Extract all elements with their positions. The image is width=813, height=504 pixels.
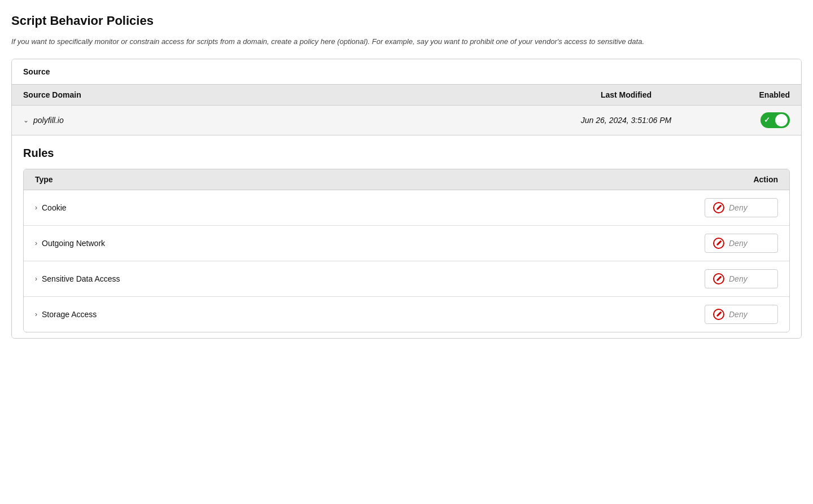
chevron-right-icon[interactable]: › — [35, 310, 37, 318]
type-label-storage-access: Storage Access — [42, 310, 97, 319]
type-label-sensitive-data: Sensitive Data Access — [42, 274, 120, 283]
deny-icon-sensitive-data — [713, 273, 724, 284]
source-table-header-row: Source Domain Last Modified Enabled — [12, 85, 801, 106]
col-header-enabled: Enabled — [700, 90, 790, 99]
chevron-right-icon[interactable]: › — [35, 239, 37, 247]
source-domain-cell: ⌄ polyfill.io — [23, 116, 553, 125]
chevron-right-icon[interactable]: › — [35, 204, 37, 212]
deny-badge-cookie[interactable]: Deny — [705, 198, 778, 217]
rules-table-row: › Cookie Deny — [24, 190, 789, 226]
deny-badge-storage-access[interactable]: Deny — [705, 305, 778, 324]
enabled-toggle[interactable]: ✓ — [760, 112, 790, 128]
rules-table-header-row: Type Action — [24, 169, 789, 190]
toggle-check-icon: ✓ — [764, 116, 770, 124]
action-cell-sensitive-data[interactable]: Deny — [603, 269, 778, 288]
rules-table-row: › Outgoing Network Deny — [24, 226, 789, 261]
page-title: Script Behavior Policies — [11, 14, 802, 28]
col-header-last-modified: Last Modified — [553, 90, 700, 99]
deny-badge-outgoing-network[interactable]: Deny — [705, 234, 778, 253]
type-label-outgoing-network: Outgoing Network — [42, 239, 105, 248]
deny-label-storage-access: Deny — [729, 310, 748, 319]
rules-title: Rules — [23, 147, 790, 160]
rules-section: Rules Type Action › Cookie Deny — [12, 135, 801, 338]
source-label: Source — [23, 67, 50, 76]
chevron-down-icon[interactable]: ⌄ — [23, 116, 29, 124]
source-section-header: Source — [12, 59, 801, 85]
rules-table-row: › Sensitive Data Access Deny — [24, 261, 789, 297]
source-table-container: Source Source Domain Last Modified Enabl… — [11, 59, 802, 339]
deny-icon-storage-access — [713, 309, 724, 320]
type-cell-outgoing-network: › Outgoing Network — [35, 239, 603, 248]
rules-table: Type Action › Cookie Deny › — [23, 169, 790, 332]
deny-icon-cookie — [713, 202, 724, 213]
deny-label-cookie: Deny — [729, 203, 748, 212]
col-header-type: Type — [35, 175, 603, 184]
deny-label-sensitive-data: Deny — [729, 274, 748, 283]
type-cell-cookie: › Cookie — [35, 203, 603, 212]
page-description: If you want to specifically monitor or c… — [11, 36, 768, 47]
domain-value: polyfill.io — [33, 116, 64, 125]
action-cell-cookie[interactable]: Deny — [603, 198, 778, 217]
last-modified-value: Jun 26, 2024, 3:51:06 PM — [553, 116, 700, 125]
action-cell-storage-access[interactable]: Deny — [603, 305, 778, 324]
type-cell-storage-access: › Storage Access — [35, 310, 603, 319]
deny-icon-outgoing-network — [713, 238, 724, 249]
chevron-right-icon[interactable]: › — [35, 275, 37, 283]
type-label-cookie: Cookie — [42, 203, 67, 212]
col-header-source-domain: Source Domain — [23, 90, 553, 99]
rules-table-row: › Storage Access Deny — [24, 297, 789, 332]
action-cell-outgoing-network[interactable]: Deny — [603, 234, 778, 253]
type-cell-sensitive-data: › Sensitive Data Access — [35, 274, 603, 283]
col-header-action: Action — [603, 175, 778, 184]
source-table-row: ⌄ polyfill.io Jun 26, 2024, 3:51:06 PM ✓ — [12, 106, 801, 135]
enabled-cell: ✓ — [700, 112, 790, 128]
deny-badge-sensitive-data[interactable]: Deny — [705, 269, 778, 288]
toggle-knob — [775, 114, 788, 126]
deny-label-outgoing-network: Deny — [729, 239, 748, 248]
